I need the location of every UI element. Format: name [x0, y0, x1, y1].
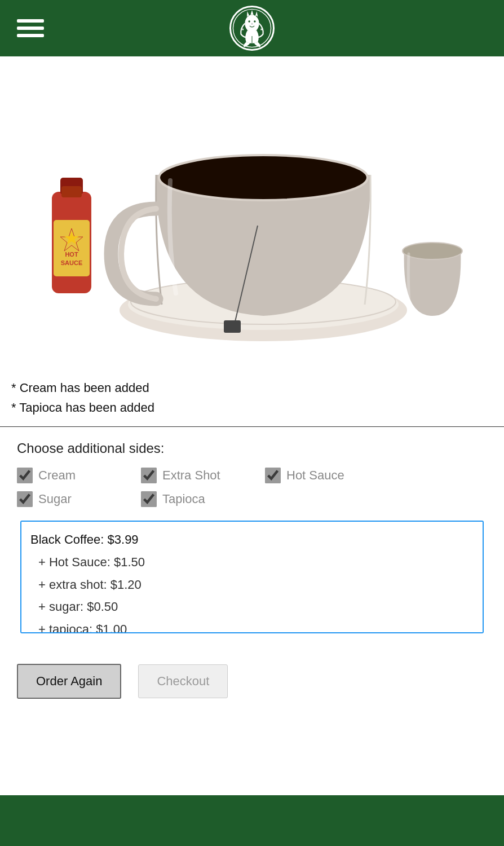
tapioca-status: * Tapioca has been added [11, 398, 493, 417]
svg-point-4 [251, 12, 253, 14]
svg-text:★: ★ [241, 28, 244, 31]
extra-shot-label: Extra Shot [162, 468, 220, 483]
checkbox-tapioca[interactable]: Tapioca [141, 491, 265, 507]
sugar-checkbox[interactable] [17, 491, 33, 507]
sugar-label: Sugar [38, 492, 72, 506]
checkbox-extra-shot[interactable]: Extra Shot [141, 468, 265, 483]
header: ★ ★ [0, 0, 504, 56]
order-again-button[interactable]: Order Again [17, 664, 121, 699]
hamburger-menu[interactable] [17, 19, 44, 37]
footer [0, 795, 504, 846]
svg-rect-26 [224, 320, 241, 333]
hero-image-area: HOT SAUCE [0, 56, 504, 372]
checkbox-cream[interactable]: Cream [17, 468, 141, 483]
svg-point-8 [251, 23, 253, 25]
checkboxes-grid: Cream Extra Shot Hot Sauce Sugar Tapioca [17, 468, 487, 507]
svg-point-6 [248, 20, 250, 23]
order-summary-box[interactable]: Black Coffee: $3.99 + Hot Sauce: $1.50 +… [20, 521, 484, 633]
svg-rect-14 [61, 186, 82, 197]
status-messages: * Cream has been added * Tapioca has bee… [0, 372, 504, 427]
starbucks-logo: ★ ★ [229, 6, 275, 51]
checkout-button[interactable]: Checkout [138, 664, 228, 698]
tapioca-label: Tapioca [162, 492, 205, 506]
extra-shot-checkbox[interactable] [141, 468, 157, 483]
order-line-base: Black Coffee: $3.99 [30, 528, 474, 551]
order-line-sugar: + sugar: $0.50 [30, 596, 474, 618]
svg-text:SAUCE: SAUCE [61, 259, 83, 266]
hot-sauce-checkbox[interactable] [265, 468, 281, 483]
checkbox-hot-sauce[interactable]: Hot Sauce [265, 468, 389, 483]
choices-section: Choose additional sides: Cream Extra Sho… [0, 427, 504, 647]
cream-label: Cream [38, 468, 76, 483]
checkbox-sugar[interactable]: Sugar [17, 491, 141, 507]
order-line-tapioca: + tapioca: $1.00 [30, 618, 474, 634]
hot-sauce-label: Hot Sauce [286, 468, 344, 483]
svg-text:HOT: HOT [65, 251, 78, 258]
choices-title: Choose additional sides: [17, 440, 487, 456]
tapioca-checkbox[interactable] [141, 491, 157, 507]
order-line-extra-shot: + extra shot: $1.20 [30, 574, 474, 596]
cream-status: * Cream has been added [11, 378, 493, 398]
svg-point-7 [254, 20, 256, 23]
cream-checkbox[interactable] [17, 468, 33, 483]
order-line-hot-sauce: + Hot Sauce: $1.50 [30, 551, 474, 574]
action-buttons: Order Again Checkout [0, 647, 504, 716]
svg-text:★: ★ [260, 28, 263, 31]
